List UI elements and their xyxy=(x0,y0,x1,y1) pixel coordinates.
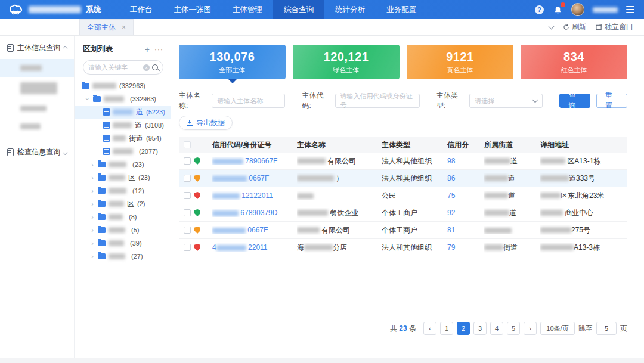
tree-item-district[interactable]: › 区(2) xyxy=(75,197,171,210)
status-shield-icon xyxy=(194,192,200,199)
sidebar-group-subject-info-query[interactable]: 主体信息查询 xyxy=(0,36,74,59)
stat-card-all-subjects[interactable]: 130,076 全部主体 xyxy=(179,45,286,79)
tree-item-district[interactable]: › (8) xyxy=(75,210,171,224)
status-shield-icon xyxy=(194,175,200,182)
tree-item-district[interactable]: › (23) xyxy=(75,158,171,171)
table-row[interactable]: 0667F ） 法人和其他组织 86 道 道333号 xyxy=(179,170,627,187)
export-data-button[interactable]: 导出数据 xyxy=(179,116,233,130)
tree-item-street[interactable]: 街道(954) xyxy=(75,132,171,145)
sidebar-item-selected[interactable] xyxy=(0,59,74,77)
row-checkbox[interactable] xyxy=(184,244,191,251)
window-icon xyxy=(596,24,602,30)
folder-icon xyxy=(98,188,106,194)
more-icon[interactable]: ··· xyxy=(154,45,163,54)
folder-icon xyxy=(82,83,89,89)
stat-card-yellow-subjects[interactable]: 9121 黄色主体 xyxy=(407,45,513,79)
notification-bell-icon[interactable] xyxy=(552,4,563,15)
nav-item-workbench[interactable]: 工作台 xyxy=(119,0,163,19)
sidebar-group-inspection-info-query[interactable]: 检查信息查询 xyxy=(0,140,74,163)
expand-arrow-icon[interactable]: › xyxy=(90,253,95,260)
chevron-down-icon[interactable] xyxy=(549,23,555,29)
expand-arrow-icon[interactable]: › xyxy=(90,187,95,194)
apps-grid-icon[interactable] xyxy=(516,4,527,15)
table-row[interactable]: 4 22011 海分店 法人和其他组织 79 街道 A13-3栋 xyxy=(179,239,627,256)
select-all-checkbox[interactable] xyxy=(184,141,191,148)
expand-arrow-icon[interactable]: › xyxy=(90,200,95,207)
tree-item-root[interactable]: (332963) xyxy=(75,79,171,92)
col-credit-code: 信用代码/身份证号 xyxy=(212,140,297,150)
tree-item-street-selected[interactable]: 道(5223) xyxy=(75,106,171,119)
refresh-button[interactable]: 刷新 xyxy=(563,22,586,32)
table-row[interactable]: 12122011 公民 75 道 区东北角23米 xyxy=(179,187,627,204)
folder-icon xyxy=(98,253,106,259)
building-icon xyxy=(103,122,110,129)
page-button-5[interactable]: 5 xyxy=(507,322,520,335)
page-button-1[interactable]: 1 xyxy=(440,322,453,335)
sidebar-item[interactable] xyxy=(0,117,74,135)
subject-type-select[interactable]: 请选择 xyxy=(469,94,543,108)
clear-icon[interactable]: × xyxy=(143,64,150,71)
export-label: 导出数据 xyxy=(196,118,225,128)
row-checkbox[interactable] xyxy=(184,209,191,216)
stat-card-green-subjects[interactable]: 120,121 绿色主体 xyxy=(293,45,400,79)
tree-item-district[interactable]: › (5) xyxy=(75,224,171,237)
nav-item-subject-mgmt[interactable]: 主体管理 xyxy=(222,0,273,19)
filter-subject-type: 主体类型: 请选择 xyxy=(436,91,543,111)
sidebar-item[interactable] xyxy=(0,77,74,100)
status-shield-icon xyxy=(194,209,200,216)
tab-all-subjects[interactable]: 全部主体 × xyxy=(79,19,134,35)
status-shield-icon xyxy=(194,227,200,234)
jump-page-input[interactable]: 5 xyxy=(596,322,617,335)
tree-item-district[interactable]: › 区(23) xyxy=(75,171,171,184)
page-button-4[interactable]: 4 xyxy=(490,322,503,335)
nav-item-business-config[interactable]: 业务配置 xyxy=(376,0,427,19)
search-button[interactable]: 查询 xyxy=(559,94,590,108)
chevron-down-icon xyxy=(532,97,538,103)
nav-item-comprehensive-query[interactable]: 综合查询 xyxy=(273,0,324,19)
table-row[interactable]: 0667F 有限公司 个体工商户 81 275号 xyxy=(179,222,627,239)
stat-card-red-subjects[interactable]: 834 红色主体 xyxy=(521,45,627,79)
cloud-logo-icon xyxy=(8,4,24,15)
nav-item-statistics[interactable]: 统计分析 xyxy=(324,0,376,19)
row-checkbox[interactable] xyxy=(184,175,191,182)
refresh-icon xyxy=(563,24,569,30)
table-row[interactable]: 7890667F 有限公司 法人和其他组织 98 道 区A13-1栋 xyxy=(179,153,627,170)
row-checkbox[interactable] xyxy=(184,192,191,199)
tree-item-street[interactable]: 道(3108) xyxy=(75,119,171,132)
tree-item-district[interactable]: › (12) xyxy=(75,184,171,197)
sidebar-item[interactable] xyxy=(0,100,74,117)
tree-item-district[interactable]: › (27) xyxy=(75,250,171,263)
standalone-window-button[interactable]: 独立窗口 xyxy=(596,22,633,32)
expand-arrow-icon[interactable]: › xyxy=(90,161,95,168)
user-avatar[interactable] xyxy=(571,3,584,16)
help-icon[interactable]: ? xyxy=(535,5,544,14)
expand-arrow-icon[interactable]: › xyxy=(90,240,95,247)
expand-arrow-icon[interactable]: › xyxy=(90,213,95,221)
add-icon[interactable]: + xyxy=(145,45,150,54)
tree-search-input[interactable]: 请输入关键字 × xyxy=(83,60,163,75)
subject-code-input[interactable]: 请输入信用代码或身份证号 xyxy=(335,94,420,108)
page-button-2-current[interactable]: 2 xyxy=(457,322,470,335)
tab-close-icon[interactable]: × xyxy=(122,23,126,32)
nav-item-subject-map[interactable]: 主体一张图 xyxy=(163,0,222,19)
expand-arrow-icon[interactable]: › xyxy=(90,174,95,181)
stat-label: 全部主体 xyxy=(219,66,246,75)
tree-item-expanded[interactable]: › (332963) xyxy=(75,92,171,106)
tree-item-street[interactable]: (2077) xyxy=(75,145,171,158)
tree-item-district[interactable]: › (39) xyxy=(75,237,171,250)
expand-arrow-icon[interactable]: › xyxy=(90,227,95,234)
reset-button[interactable]: 重置 xyxy=(596,94,627,108)
page-button-3[interactable]: 3 xyxy=(473,322,487,335)
search-icon[interactable] xyxy=(152,64,158,70)
row-checkbox[interactable] xyxy=(184,227,191,234)
page-size-select[interactable]: 10条/页 xyxy=(540,322,575,335)
next-page-button[interactable]: › xyxy=(524,322,537,335)
top-header: 系统 工作台 主体一张图 主体管理 综合查询 统计分析 业务配置 ? xyxy=(0,0,644,19)
row-checkbox[interactable] xyxy=(184,157,191,165)
menu-icon[interactable] xyxy=(626,6,634,13)
table-row[interactable]: 67890379D 餐饮企业 个体工商户 92 道 商业中心 xyxy=(179,204,627,222)
prev-page-button[interactable]: ‹ xyxy=(423,322,436,335)
app-title-redacted xyxy=(29,6,81,13)
collapse-arrow-icon[interactable]: › xyxy=(84,97,91,101)
subject-name-input[interactable]: 请输入主体名称 xyxy=(212,94,285,108)
